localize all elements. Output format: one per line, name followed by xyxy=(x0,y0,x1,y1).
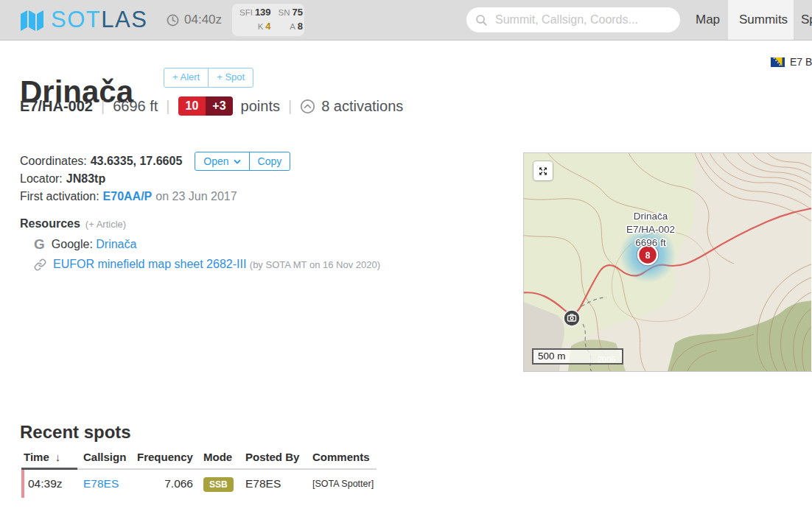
eufor-map-note: (by SOTA MT on 16 Nov 2020) xyxy=(250,259,380,270)
map-fullscreen-button[interactable] xyxy=(533,161,553,180)
resources-title: Resources xyxy=(20,217,80,230)
search-box xyxy=(466,7,680,32)
nav-tab-map[interactable]: Map xyxy=(685,0,731,40)
activations-count: 8 activations xyxy=(321,98,403,115)
spot-mode-badge: SSB xyxy=(203,477,234,492)
utc-clock: 04:40z xyxy=(167,13,222,27)
resources-header: Resources (+ Article) xyxy=(20,217,126,230)
marker-activation-count: 8 xyxy=(645,250,651,261)
association-label: E7 Bos xyxy=(790,56,812,68)
spot-frequency: 7.066 xyxy=(137,470,193,498)
coordinates-line: Coordinates: 43.6335, 17.6605 Open Copy xyxy=(20,152,290,171)
coordinates-value: 43.6335, 17.6605 xyxy=(91,155,183,168)
column-header-callsign[interactable]: Callsign xyxy=(83,451,126,463)
spot-time: 04:39z xyxy=(28,470,63,498)
column-header-posted-by[interactable]: Posted By xyxy=(245,451,299,463)
clock-time: 04:40z xyxy=(184,13,222,27)
logo-text-light: SOT xyxy=(51,7,101,32)
separator: | xyxy=(166,98,169,115)
open-coordinates-button[interactable]: Open xyxy=(195,152,249,171)
first-activation-callsign-link[interactable]: E70AA/P xyxy=(103,190,153,203)
chevron-down-icon xyxy=(234,159,241,164)
link-icon xyxy=(34,258,46,271)
clock-icon xyxy=(167,14,179,27)
summit-subtitle: E7/HA-002 | 6696 ft | 10 +3 points | 8 a… xyxy=(20,96,403,116)
solar-sn: SN75 xyxy=(279,6,303,20)
sotlas-logo[interactable]: SOTLAS xyxy=(21,8,147,31)
recent-spots-table: Time↓ Callsign Frequency Mode Posted By … xyxy=(21,448,377,499)
add-alert-button[interactable]: + Alert xyxy=(164,68,209,88)
locator-line: Locator: JN83tp xyxy=(20,172,105,186)
copy-button-label: Copy xyxy=(258,154,282,169)
eufor-map-link[interactable]: EUFOR minefield map sheet 2682-III xyxy=(53,258,246,270)
fullscreen-icon xyxy=(538,166,548,177)
points-label: points xyxy=(241,98,280,115)
nav-tab-summits[interactable]: Summits xyxy=(728,0,794,40)
locator-label: Locator: xyxy=(20,172,63,186)
summit-elevation: 6696 ft xyxy=(113,98,158,115)
coordinates-buttons: Open Copy xyxy=(195,152,290,171)
summit-code: E7/HA-002 xyxy=(20,98,93,115)
column-header-time[interactable]: Time↓ xyxy=(24,451,60,463)
association-region[interactable]: E7 Bos xyxy=(771,56,812,68)
map-label-code: E7/HA-002 xyxy=(626,224,675,235)
coordinates-label: Coordinates: xyxy=(20,155,87,168)
column-header-mode[interactable]: Mode xyxy=(203,451,232,463)
map-label-name: Drinača xyxy=(634,211,668,222)
spot-callsign-link[interactable]: E78ES xyxy=(83,477,119,490)
spot-posted-by: E78ES xyxy=(245,470,281,498)
open-button-label: Open xyxy=(203,154,228,169)
map-logo-icon xyxy=(21,9,45,31)
sort-desc-icon: ↓ xyxy=(55,451,61,463)
first-activation-line: First activation: E70AA/P on 23 Jun 2017 xyxy=(20,190,237,203)
first-activation-label: First activation: xyxy=(20,190,99,203)
activations-summary[interactable]: 8 activations xyxy=(300,98,403,115)
logo-text-dark: LAS xyxy=(101,7,147,32)
alert-spot-buttons: + Alert + Spot xyxy=(164,68,253,88)
solar-k: K4 xyxy=(239,20,271,34)
google-label: Google: xyxy=(52,238,93,250)
locator-value: JN83tp xyxy=(66,172,105,186)
points-badge: 10 +3 xyxy=(178,96,233,116)
activations-icon xyxy=(300,99,315,114)
solar-a: A8 xyxy=(279,20,303,34)
map-canvas: 2006 8 Drinača E7/HA-002 6696 ft xyxy=(524,153,811,371)
navbar: SOTLAS 04:40z SFI139 SN75 K4 A8 xyxy=(0,0,812,41)
spot-age-indicator xyxy=(21,470,24,498)
solar-sfi: SFI139 xyxy=(239,6,271,20)
copy-coordinates-button[interactable]: Copy xyxy=(249,152,291,171)
separator: | xyxy=(101,98,105,115)
summit-map[interactable]: 2006 8 Drinača E7/HA-002 6696 ft xyxy=(523,152,812,372)
bonus-points-value: +3 xyxy=(206,96,232,116)
solar-indices-widget[interactable]: SFI139 SN75 K4 A8 xyxy=(232,4,304,36)
photo-marker[interactable] xyxy=(564,310,580,326)
search-icon xyxy=(475,14,488,27)
eufor-resource-item: EUFOR minefield map sheet 2682-III (by S… xyxy=(34,258,380,271)
map-label-elevation: 6696 ft xyxy=(635,237,666,248)
google-resource-item: G Google: Drinača xyxy=(34,237,136,251)
google-search-link[interactable]: Drinača xyxy=(96,238,136,250)
spot-row: 04:39z E78ES 7.066 SSB E78ES [SOTA Spott… xyxy=(21,470,377,498)
points-value: 10 xyxy=(178,96,206,116)
recent-spots-title: Recent spots xyxy=(20,422,131,443)
bosnia-flag-icon xyxy=(771,57,785,67)
column-header-comments[interactable]: Comments xyxy=(312,451,370,463)
nav-tab-spots[interactable]: Spots xyxy=(790,0,812,40)
first-activation-date: on 23 Jun 2017 xyxy=(155,190,237,203)
google-icon: G xyxy=(34,237,45,251)
spot-comments: [SOTA Spotter] xyxy=(312,470,374,498)
map-scale-bar: 500 m xyxy=(532,348,623,365)
search-input[interactable] xyxy=(494,13,671,27)
separator: | xyxy=(288,98,292,115)
column-header-frequency[interactable]: Frequency xyxy=(137,451,193,463)
add-spot-button[interactable]: + Spot xyxy=(208,68,253,88)
add-article-link[interactable]: (+ Article) xyxy=(85,219,126,230)
